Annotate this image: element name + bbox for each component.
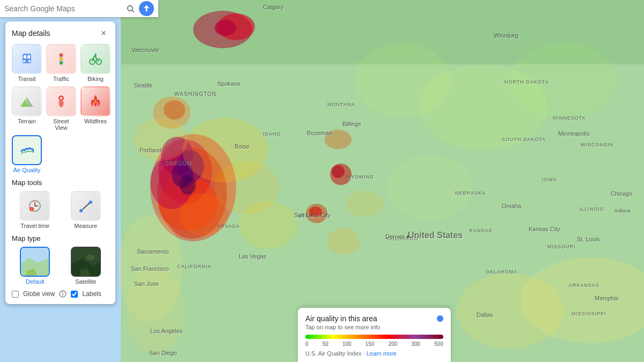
svg-point-33: [386, 156, 472, 220]
aq-scale: 0 50 100 150 200 300 500: [305, 341, 443, 347]
traveltime-option[interactable]: A Travel time: [12, 191, 58, 229]
traffic-option[interactable]: Traffic: [46, 44, 76, 82]
close-button[interactable]: ×: [98, 28, 109, 39]
default-type-option[interactable]: Default: [12, 247, 58, 285]
map-details-panel: Map details × Transit: [5, 21, 115, 304]
map-tools-title: Map tools: [12, 179, 109, 187]
biking-icon: [80, 44, 111, 74]
svg-point-17: [215, 20, 236, 36]
traveltime-icon: A: [20, 191, 50, 221]
svg-point-29: [346, 190, 384, 217]
svg-point-30: [327, 228, 360, 255]
wildfires-icon: [80, 86, 111, 116]
map-tools-grid: A Travel time Measure: [12, 191, 109, 229]
aq-info-box: Air quality in this area Tap on map to s…: [298, 308, 451, 362]
search-icon[interactable]: [124, 2, 137, 15]
aq-scale-300: 300: [411, 341, 420, 347]
aq-scale-50: 50: [323, 341, 328, 347]
aq-scale-150: 150: [365, 341, 375, 347]
traffic-icon: [46, 44, 76, 74]
svg-point-24: [325, 130, 352, 149]
svg-point-36: [456, 274, 564, 349]
svg-point-58: [60, 97, 62, 99]
default-type-label: Default: [26, 278, 45, 285]
satellite-type-label: Satellite: [75, 278, 96, 285]
airquality-icon: [12, 135, 42, 165]
satellite-type-icon: [71, 247, 101, 277]
globe-view-row: Globe view Labels: [12, 290, 109, 298]
measure-option[interactable]: Measure: [63, 191, 109, 229]
streetview-icon: [46, 86, 76, 116]
svg-point-49: [60, 57, 63, 61]
info-icon: [59, 290, 67, 298]
traffic-label: Traffic: [53, 76, 69, 82]
svg-point-70: [89, 201, 92, 204]
aq-title: Air quality in this area: [305, 314, 377, 323]
streetview-label: Street View: [46, 118, 76, 131]
wildfires-option[interactable]: Wildfires: [80, 86, 111, 131]
svg-line-41: [132, 10, 134, 12]
wildfires-label: Wildfires: [84, 118, 107, 124]
default-type-icon: [20, 247, 50, 277]
svg-point-38: [126, 268, 185, 354]
aq-subtitle: Tap on map to see more info: [305, 324, 443, 330]
measure-label: Measure: [74, 223, 97, 229]
svg-rect-44: [27, 55, 30, 58]
directions-icon[interactable]: [139, 1, 154, 16]
svg-point-45: [23, 60, 25, 62]
aq-dot: [437, 315, 443, 322]
aq-scale-0: 0: [305, 341, 309, 347]
svg-point-28: [134, 118, 188, 161]
map-details-grid: Transit Traffic: [12, 44, 109, 131]
airquality-label: Air Quality: [13, 167, 41, 173]
aq-learn-more-link[interactable]: Learn more: [367, 350, 397, 357]
search-bar: [0, 0, 158, 17]
panel-header: Map details ×: [12, 28, 109, 39]
search-input[interactable]: [4, 4, 124, 13]
aq-scale-200: 200: [389, 341, 398, 347]
map-type-grid: Default Satellite: [12, 247, 109, 285]
map-type-title: Map type: [12, 234, 109, 242]
svg-point-50: [60, 61, 63, 64]
terrain-option[interactable]: Terrain: [12, 86, 42, 131]
aq-scale-100: 100: [342, 341, 352, 347]
biking-label: Biking: [87, 76, 104, 82]
svg-point-46: [28, 60, 31, 62]
svg-point-53: [94, 54, 97, 56]
traveltime-label: Travel time: [20, 223, 49, 229]
airquality-option[interactable]: Air Quality: [12, 135, 42, 173]
svg-rect-43: [24, 55, 26, 58]
globe-view-checkbox[interactable]: [12, 291, 19, 298]
aq-header: Air quality in this area: [305, 314, 443, 323]
svg-point-32: [510, 43, 617, 118]
biking-option[interactable]: Biking: [80, 44, 111, 82]
transit-option[interactable]: Transit: [12, 44, 42, 82]
svg-point-23: [309, 206, 322, 217]
satellite-type-option[interactable]: Satellite: [63, 247, 109, 285]
svg-point-69: [79, 209, 83, 212]
svg-point-77: [86, 255, 95, 260]
measure-icon: [71, 191, 101, 221]
svg-point-48: [60, 54, 63, 57]
aq-footer-text: U.S. Air Quality Index: [305, 350, 362, 357]
aq-gradient-bar: [305, 335, 443, 339]
svg-point-21: [332, 165, 345, 178]
svg-point-34: [354, 43, 451, 118]
streetview-option[interactable]: Street View: [46, 86, 76, 131]
terrain-label: Terrain: [18, 118, 36, 124]
transit-label: Transit: [18, 76, 35, 82]
svg-point-40: [128, 6, 133, 11]
labels-label[interactable]: Labels: [82, 290, 101, 298]
svg-point-14: [180, 175, 196, 195]
panel-title: Map details: [12, 29, 50, 38]
svg-point-27: [239, 201, 298, 249]
svg-point-19: [164, 100, 185, 120]
globe-view-label[interactable]: Globe view: [23, 290, 55, 298]
labels-checkbox[interactable]: [71, 291, 78, 298]
aq-scale-500: 500: [434, 341, 443, 347]
aq-footer: U.S. Air Quality Index · Learn more: [305, 350, 443, 357]
transit-icon: [12, 44, 42, 74]
terrain-icon-img: [12, 86, 42, 116]
